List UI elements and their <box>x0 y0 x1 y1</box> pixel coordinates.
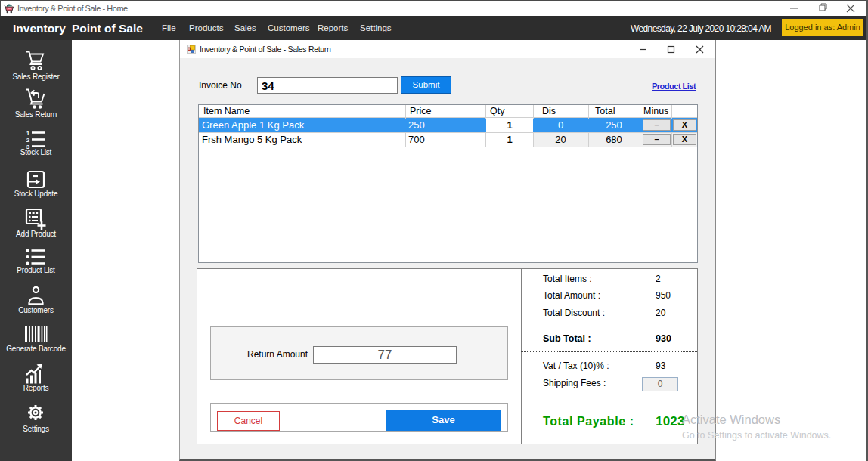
svg-text:1: 1 <box>26 130 30 137</box>
svg-text:2: 2 <box>26 137 30 144</box>
